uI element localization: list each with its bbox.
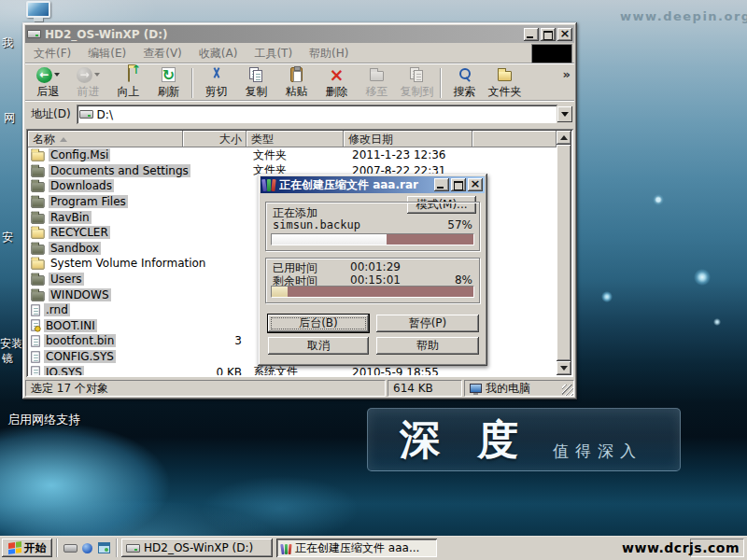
folders-button[interactable]: 文件夹	[485, 66, 525, 101]
total-progress-bar	[271, 286, 474, 298]
toolbar-overflow-chevron[interactable]: »	[563, 67, 571, 81]
folder-icon	[31, 275, 44, 285]
folders-icon	[498, 71, 512, 81]
file-row[interactable]: IO.SYS 0 KB 系统文件 2010-5-9 18:55	[28, 364, 557, 375]
refresh-button[interactable]: ↻ 刷新	[148, 66, 189, 101]
copy-to-button[interactable]: 复制到	[397, 66, 437, 101]
paste-button[interactable]: 粘贴	[276, 66, 317, 101]
background-button[interactable]: 后台(B)	[268, 315, 369, 332]
toolbar-separator	[440, 68, 442, 98]
menu-tools[interactable]: 工具(T)	[246, 46, 301, 62]
copy-button[interactable]: 复制	[236, 66, 276, 101]
file-name: IO.SYS	[44, 366, 84, 375]
elapsed-value: 00:01:29	[350, 260, 401, 273]
folder-icon	[31, 198, 44, 207]
column-headers: 名称 大小 类型 修改日期	[28, 131, 557, 147]
file-name: Sandbox	[49, 242, 101, 255]
menu-edit[interactable]: 编辑(E)	[79, 46, 134, 62]
file-name: Documents and Settings	[49, 164, 190, 177]
file-date: 2010-5-9 18:55	[344, 366, 472, 375]
quick-launch-icon[interactable]	[78, 539, 95, 556]
windows-flag-icon	[8, 541, 21, 554]
address-input[interactable]: D:\	[77, 105, 557, 124]
current-file-name: simsun.backup	[273, 218, 360, 231]
task-button-winrar[interactable]: 正在创建压缩文件 aaa...	[276, 539, 437, 557]
scrollbar-thumb[interactable]	[557, 145, 571, 361]
remaining-value: 00:15:01	[350, 273, 401, 287]
my-computer-icon	[470, 384, 482, 393]
network-support-desktop-icon[interactable]: 启用网络支持	[7, 412, 80, 428]
menu-help[interactable]: 帮助(H)	[301, 46, 357, 62]
chevron-down-icon	[54, 73, 60, 77]
file-row[interactable]: Config.Msi 文件夹 2011-1-23 12:36	[28, 147, 557, 163]
copy-to-icon	[410, 67, 425, 82]
chevron-down-icon	[94, 73, 100, 77]
help-button[interactable]: 帮助	[376, 337, 479, 355]
scroll-down-button[interactable]	[557, 361, 571, 375]
sort-ascending-icon	[60, 137, 67, 142]
file-name: BOOT.INI	[44, 319, 97, 332]
pause-button[interactable]: 暂停(P)	[376, 315, 479, 332]
task-button-explorer[interactable]: HD2_OS-WinXP (D:)	[121, 539, 273, 557]
close-button[interactable]	[557, 28, 572, 41]
toolbar-separator	[191, 68, 193, 98]
taskbar-separator	[56, 539, 58, 557]
current-file-group: 正在添加 simsun.backup 57%	[265, 202, 480, 251]
scissors-icon	[210, 67, 223, 82]
cancel-button[interactable]: 取消	[268, 337, 369, 355]
dialog-title: 正在创建压缩文件 aaa.rar	[279, 177, 432, 193]
dialog-close-button[interactable]	[468, 178, 483, 191]
search-button[interactable]: 搜索	[444, 66, 485, 101]
status-bar: 选定 17 个对象 614 KB 我的电脑	[25, 378, 574, 397]
menu-view[interactable]: 查看(V)	[134, 46, 190, 62]
column-header-size[interactable]: 大小	[183, 131, 247, 147]
menu-favorites[interactable]: 收藏(A)	[190, 46, 247, 62]
maximize-button[interactable]	[541, 28, 556, 41]
chevron-down-icon	[561, 112, 569, 117]
clipboard-icon	[290, 67, 303, 82]
total-progress-group: 已用时间 00:01:29 剩余时间 00:15:01 8%	[265, 258, 480, 303]
winrar-icon	[262, 178, 275, 191]
delete-button[interactable]: × 删除	[317, 66, 357, 101]
resize-grip[interactable]	[562, 385, 573, 396]
move-to-icon	[370, 71, 384, 81]
cut-button[interactable]: 剪切	[196, 66, 236, 101]
desktop-icon-label-fragment: 我	[2, 35, 13, 51]
dcrjs-watermark: www.dcrjs.com	[622, 536, 740, 560]
menu-file[interactable]: 文件(F)	[25, 46, 79, 62]
dialog-maximize-button[interactable]	[451, 178, 466, 191]
address-value: D:\	[97, 108, 113, 121]
vertical-scrollbar[interactable]	[557, 131, 571, 375]
file-name: CONFIG.SYS	[44, 350, 116, 363]
scroll-up-button[interactable]	[557, 131, 571, 145]
address-dropdown-button[interactable]	[557, 106, 572, 122]
start-button[interactable]: 开始	[2, 539, 52, 557]
column-header-date[interactable]: 修改日期	[344, 131, 472, 147]
explorer-titlebar[interactable]: HD2_OS-WinXP (D:)	[25, 25, 574, 43]
drive-icon	[126, 544, 140, 553]
triangle-down-icon	[560, 366, 568, 371]
dialog-titlebar[interactable]: 正在创建压缩文件 aaa.rar	[261, 176, 485, 193]
drive-icon	[79, 110, 93, 119]
minimize-button[interactable]	[524, 28, 539, 41]
dialog-minimize-button[interactable]	[434, 178, 449, 191]
column-header-type[interactable]: 类型	[247, 131, 344, 147]
my-computer-desktop-icon[interactable]	[26, 1, 50, 18]
internet-explorer-icon[interactable]	[95, 539, 112, 556]
forward-button[interactable]: → 前进	[68, 66, 108, 101]
file-progress-fill	[272, 234, 387, 245]
move-to-button[interactable]: 移至	[357, 66, 397, 101]
desktop-icon-label-fragment: 网	[4, 110, 15, 126]
deepin-banner: 深 度 值得深入	[367, 408, 681, 471]
up-button[interactable]: ↑ 向上	[108, 66, 148, 101]
file-name: Config.Msi	[49, 148, 110, 161]
column-header-name[interactable]: 名称	[28, 131, 183, 147]
back-button[interactable]: ← 后退	[28, 66, 68, 101]
file-name: Program Files	[49, 195, 128, 208]
desktop-icon-label-fragment: 安装	[0, 336, 22, 352]
taskbar-separator	[116, 539, 118, 557]
windows-logo-throbber	[531, 44, 572, 63]
menubar: 文件(F) 编辑(E) 查看(V) 收藏(A) 工具(T) 帮助(H)	[25, 43, 574, 64]
back-icon: ←	[36, 67, 52, 83]
show-desktop-icon[interactable]	[62, 539, 78, 556]
